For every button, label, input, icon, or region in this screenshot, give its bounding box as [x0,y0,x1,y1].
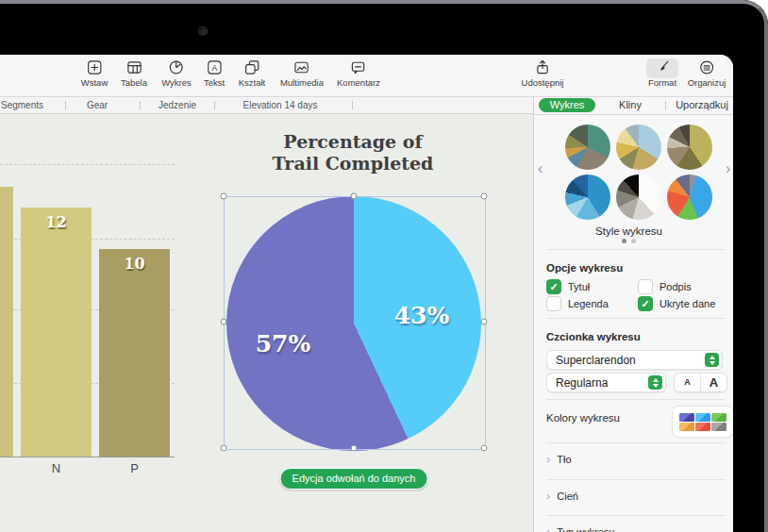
font-style-value: Regularna [556,376,608,390]
chart-type-section-row[interactable]: › Typ wykresu [546,526,614,532]
pie-slice-label-43: 43% [394,302,450,329]
bar-value-label: 12 [45,213,66,231]
pager-dot-active[interactable] [622,239,626,243]
chart-style-thumbnails [565,125,712,220]
table-button[interactable]: Tabela [121,59,147,88]
chevron-right-icon: › [546,454,550,465]
bar[interactable] [21,208,92,457]
divider [546,479,726,480]
shape-button[interactable]: Kształt [239,59,266,88]
comment-label: Komentarz [337,77,380,88]
chevron-left-icon[interactable]: ‹ [538,161,543,176]
decrease-font-button[interactable]: A [675,374,700,391]
sheet-tab-jedzenie[interactable]: Jedzenie [159,100,196,110]
checkbox-label: Legenda [568,298,609,309]
organize-label: Organizuj [688,77,726,88]
spreadsheet-canvas[interactable]: 12N10P Percentage of Trail Completed 57%… [0,114,533,532]
bar[interactable] [0,187,13,457]
chart-colors-swatch-button[interactable] [673,407,733,437]
tab-uporzadkuj[interactable]: Uporządkuj [676,99,728,110]
color-tile [695,413,710,422]
chart-colors-label: Kolory wykresu [546,412,620,424]
media-icon [294,59,310,75]
tab-kliny[interactable]: Kliny [619,99,642,110]
share-icon [534,59,550,75]
chart-icon [169,59,185,75]
pager-dots[interactable] [534,239,724,243]
share-label: Udostępnij [522,77,564,88]
chart-button[interactable]: Wykres [161,59,192,88]
comment-icon [351,59,367,75]
bar[interactable] [99,249,170,457]
chart-style-thumbnail[interactable] [616,125,661,170]
chart-options-grid: ✓TytułPodpisLegenda✓Ukryte dane [546,278,715,311]
media-button[interactable]: Multimedia [280,59,324,88]
sheet-tab-segments[interactable]: Segments [1,100,43,110]
background-section-row[interactable]: › Tło [546,454,572,465]
chevron-right-icon: › [546,526,550,532]
checkbox-option[interactable]: Podpis [638,278,715,294]
color-tile [711,413,726,422]
ipad-frame: Wstaw Tabela Wykres A Tekst Kształt Mult… [0,0,768,532]
color-tile [711,423,726,431]
chart-style-thumbnail[interactable] [565,125,610,170]
chevron-right-icon[interactable]: › [726,161,730,176]
text-icon: A [207,59,223,75]
chart-type-section-label: Typ wykresu [557,526,614,532]
chart-style-thumbnail[interactable] [667,175,712,220]
bar-category-label: P [130,461,139,475]
shape-label: Kształt [239,77,266,88]
format-button[interactable]: Format [648,59,676,88]
chart-style-thumbnail[interactable] [616,175,661,220]
font-style-dropdown[interactable]: Regularna [546,373,666,392]
checkbox[interactable] [546,296,561,311]
insert-label: Wstaw [81,77,109,88]
svg-text:A: A [211,63,217,73]
app-screen: Wstaw Tabela Wykres A Tekst Kształt Mult… [0,55,733,532]
divider [546,442,726,443]
comment-button[interactable]: Komentarz [337,59,380,88]
increase-font-button[interactable]: A [700,374,726,391]
format-label: Format [648,77,676,88]
insert-button[interactable]: Wstaw [81,59,109,88]
text-button[interactable]: A Tekst [204,59,225,88]
pie-title-line2: Trail Completed [202,153,504,175]
share-button[interactable]: Udostępnij [522,59,564,88]
front-camera [199,27,207,35]
shadow-section-row[interactable]: › Cień [546,490,578,502]
checkbox-option[interactable]: ✓Tytuł [546,278,638,294]
pager-dot[interactable] [631,239,636,243]
sheet-tab-elevation[interactable]: Elevation 14 days [243,100,318,110]
table-label: Tabela [121,77,147,88]
organize-button[interactable]: Organizuj [688,59,726,88]
chart-style-thumbnail[interactable] [565,175,610,220]
sheet-tab-gear[interactable]: Gear [87,100,108,110]
organize-icon [698,59,714,75]
bar-category-label: N [52,461,60,475]
checkbox[interactable] [638,279,653,294]
sidebar-tabs: Wykres Kliny Uporządkuj [534,97,733,115]
font-family-dropdown[interactable]: Superclarendon [546,350,723,370]
tab-divider [140,101,141,109]
checkbox[interactable]: ✓ [546,279,561,294]
chart-font-header: Czcionka wykresu [546,331,641,342]
toolbar: Wstaw Tabela Wykres A Tekst Kształt Mult… [0,55,733,97]
divider [546,399,726,400]
checkbox-option[interactable]: Legenda [546,295,638,311]
divider [546,249,726,250]
tab-wykres[interactable]: Wykres [539,98,595,112]
divider [546,318,726,319]
checkbox-label: Podpis [659,281,692,292]
table-icon [126,59,142,75]
chart-style-thumbnail[interactable] [667,125,712,170]
font-family-value: Superclarendon [556,354,636,367]
pie-title-line1: Percentage of [202,131,504,153]
format-brush-icon [655,59,671,75]
chart-label: Wykres [161,77,192,88]
edit-data-references-button[interactable]: Edycja odwołań do danych [280,468,428,490]
font-size-buttons[interactable]: A A [674,373,727,392]
checkbox[interactable]: ✓ [638,296,653,311]
shape-icon [243,59,259,75]
checkbox-option[interactable]: ✓Ukryte dane [638,295,715,311]
stepper-icon [648,375,662,390]
